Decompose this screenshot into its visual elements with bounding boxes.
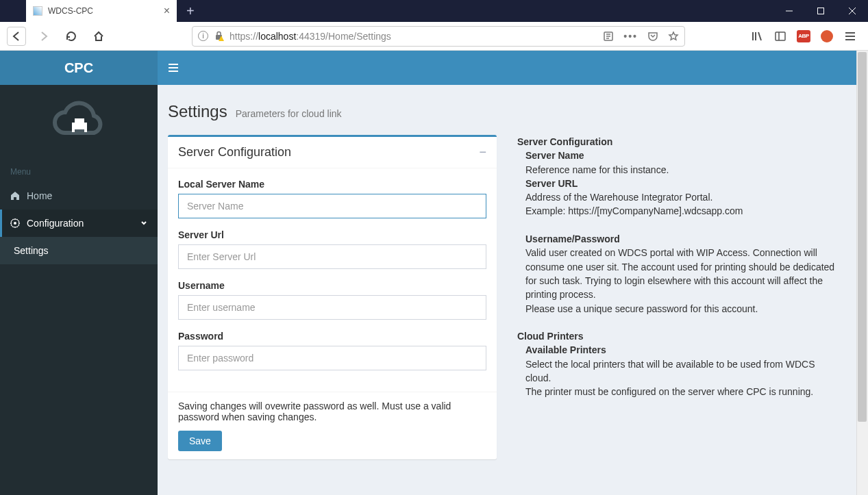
page-subtitle: Parameters for cloud link xyxy=(236,108,342,119)
svg-line-12 xyxy=(758,32,761,40)
vertical-scrollbar[interactable] xyxy=(856,51,868,495)
lock-warning-icon xyxy=(214,31,224,41)
sidebar-item-label: Settings xyxy=(14,245,49,256)
scrollbar-thumb[interactable] xyxy=(858,52,867,422)
window-minimize-button[interactable] xyxy=(773,0,805,22)
help-userpass-text1: Valid user created on WDCS portal with W… xyxy=(525,246,839,301)
sidebar-toggle-icon[interactable] xyxy=(773,29,787,43)
browser-toolbar: i https://localhost:44319/Home/Settings … xyxy=(0,22,868,51)
help-panel: Server Configuration Server Name Referen… xyxy=(517,135,839,399)
url-text: https://localhost:44319/Home/Settings xyxy=(230,31,391,42)
window-maximize-button[interactable] xyxy=(805,0,836,22)
nav-home-button[interactable] xyxy=(89,27,108,46)
nav-reload-button[interactable] xyxy=(62,27,81,46)
duckduckgo-extension-icon[interactable] xyxy=(820,29,834,43)
more-actions-icon[interactable]: ••• xyxy=(623,31,638,42)
bookmark-star-icon[interactable] xyxy=(668,31,679,42)
sidebar-toggle-button[interactable] xyxy=(168,62,179,73)
tab-close-icon[interactable]: × xyxy=(164,5,170,17)
tab-favicon xyxy=(33,6,42,16)
cloud-printer-logo xyxy=(0,85,158,160)
server-configuration-card: Server Configuration − Local Server Name… xyxy=(168,135,497,459)
help-server-name-heading: Server Name xyxy=(525,150,584,161)
info-icon[interactable]: i xyxy=(198,31,208,41)
new-tab-button[interactable]: + xyxy=(186,3,195,19)
top-nav-strip xyxy=(158,51,868,85)
card-title: Server Configuration xyxy=(178,145,291,160)
svg-point-21 xyxy=(14,222,16,225)
tab-title: WDCS-CPC xyxy=(48,6,93,16)
menu-section-header: Menu xyxy=(0,160,158,182)
local-server-name-label: Local Server Name xyxy=(178,179,486,190)
help-userpass-text2: Please use a unique secure password for … xyxy=(525,302,839,316)
abp-extension-icon[interactable]: ABP xyxy=(797,29,810,43)
sidebar-item-label: Home xyxy=(27,190,52,201)
help-available-printers-heading: Available Printers xyxy=(525,344,606,355)
svg-rect-19 xyxy=(75,118,84,124)
password-label: Password xyxy=(178,331,486,342)
nav-forward-button[interactable] xyxy=(34,27,53,46)
nav-back-button[interactable] xyxy=(7,27,26,46)
help-server-url-heading: Server URL xyxy=(525,178,578,189)
chevron-down-icon xyxy=(140,220,147,227)
sidebar-item-configuration[interactable]: Configuration xyxy=(0,210,158,237)
sidebar-item-home[interactable]: Home xyxy=(0,182,158,210)
help-printers-text1: Select the local printers that will be a… xyxy=(525,357,839,385)
sidebar-item-label: Configuration xyxy=(27,218,84,229)
page-title: Settings Parameters for cloud link xyxy=(168,102,854,121)
svg-rect-20 xyxy=(75,129,84,135)
username-input[interactable] xyxy=(178,295,486,320)
local-server-name-input[interactable] xyxy=(178,194,486,218)
help-server-config-heading: Server Configuration xyxy=(517,136,612,147)
os-titlebar: WDCS-CPC × + xyxy=(0,0,868,22)
svg-rect-1 xyxy=(818,8,824,14)
library-icon[interactable] xyxy=(750,29,764,43)
browser-tab[interactable]: WDCS-CPC × xyxy=(26,0,177,22)
save-warning-text: Saving changes will ovewrite password as… xyxy=(178,401,486,422)
password-input[interactable] xyxy=(178,346,486,370)
app-menu-icon[interactable] xyxy=(843,29,857,43)
help-userpass-heading: Username/Password xyxy=(525,233,620,244)
pocket-icon[interactable] xyxy=(647,31,658,42)
brand-logo[interactable]: CPC xyxy=(0,51,158,85)
help-server-name-text: Reference name for this instance. xyxy=(525,163,839,177)
help-server-url-text1: Address of the Warehouse Integrator Port… xyxy=(525,190,839,204)
reader-mode-icon[interactable] xyxy=(603,31,614,42)
server-url-input[interactable] xyxy=(178,244,486,269)
app-sidebar: CPC Menu Home Configuration Settings xyxy=(0,51,158,495)
card-collapse-button[interactable]: − xyxy=(479,145,486,160)
help-server-url-text2: Example: https://[myCompanyName].wdcsapp… xyxy=(525,204,839,218)
help-printers-text2: The printer must be configured on the se… xyxy=(525,385,839,398)
save-button[interactable]: Save xyxy=(178,431,222,451)
home-icon xyxy=(10,191,20,201)
url-bar[interactable]: i https://localhost:44319/Home/Settings … xyxy=(192,26,685,47)
window-close-button[interactable] xyxy=(836,0,868,22)
server-url-label: Server Url xyxy=(178,229,486,240)
sidebar-subitem-settings[interactable]: Settings xyxy=(0,237,158,264)
svg-rect-13 xyxy=(776,32,785,40)
gear-icon xyxy=(10,218,20,228)
username-label: Username xyxy=(178,280,486,291)
help-cloud-printers-heading: Cloud Printers xyxy=(517,331,583,342)
